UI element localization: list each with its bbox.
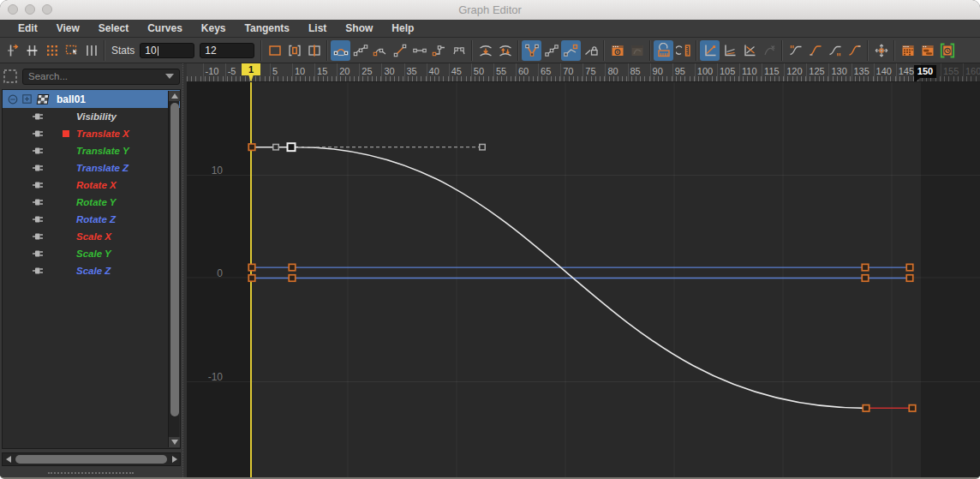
- region-select-icon[interactable]: [3, 69, 18, 84]
- graph-editor-window: Graph Editor EditViewSelectCurvesKeysTan…: [0, 0, 980, 479]
- ruler-frame-number: 105: [720, 66, 735, 76]
- scroll-right-button[interactable]: [169, 453, 180, 465]
- menu-view[interactable]: View: [47, 20, 89, 38]
- buffer-curve-snapshot-icon: [478, 43, 493, 58]
- clamped-tangents-button[interactable]: [370, 40, 390, 61]
- value-snap-button[interactable]: [673, 40, 693, 61]
- menu-tangents[interactable]: Tangents: [236, 20, 299, 38]
- titlebar[interactable]: Graph Editor: [0, 0, 980, 20]
- spline-tangents-button[interactable]: [350, 40, 370, 61]
- channel-item-scale-y[interactable]: Scale Y: [3, 245, 180, 262]
- channel-item-scale-x[interactable]: Scale X: [3, 228, 180, 245]
- menu-list[interactable]: List: [299, 20, 336, 38]
- channel-plug-icon: [32, 266, 44, 275]
- ruler-tick: [337, 63, 338, 81]
- search-input[interactable]: Search...: [22, 69, 180, 85]
- buffer-curve-snapshot-button[interactable]: [475, 40, 495, 61]
- vertical-scrollbar[interactable]: [168, 91, 179, 447]
- frame-playback-range-button[interactable]: [284, 40, 304, 61]
- toolbar-separator: [781, 40, 783, 61]
- chevron-down-icon[interactable]: [165, 74, 174, 79]
- swap-buffer-curve-button[interactable]: [495, 40, 515, 61]
- menu-select[interactable]: Select: [89, 20, 138, 38]
- scroll-down-button[interactable]: [169, 437, 180, 447]
- time-snap-button[interactable]: [654, 40, 673, 61]
- tree-node-ball01[interactable]: ball01: [3, 90, 180, 108]
- scroll-left-button[interactable]: [3, 453, 14, 465]
- pan-zoom-tool-icon: [874, 43, 889, 58]
- horizontal-scrollbar[interactable]: [2, 452, 181, 466]
- ruler-frame-number: 135: [854, 66, 869, 76]
- channel-item-translate-z[interactable]: Translate Z: [3, 159, 180, 177]
- free-tangent-weight-button[interactable]: [561, 40, 581, 61]
- stacked-view-button[interactable]: [720, 40, 739, 61]
- pre-infinity-cycle-button[interactable]: [786, 40, 805, 61]
- ruler-frame-number: -5: [228, 66, 236, 76]
- pan-zoom-tool-button[interactable]: [871, 40, 891, 61]
- range-end-marker[interactable]: 150: [914, 65, 936, 78]
- channel-item-scale-z[interactable]: Scale Z: [3, 262, 180, 279]
- channel-item-translate-x[interactable]: Translate X: [3, 125, 180, 142]
- absolute-view-button[interactable]: [700, 40, 720, 61]
- ruler-tick: [628, 63, 629, 81]
- zoom-button[interactable]: [42, 4, 52, 15]
- graph-plot[interactable]: 100-10: [187, 82, 980, 477]
- normalized-view-button[interactable]: [739, 40, 759, 61]
- time-editor-button[interactable]: [937, 40, 957, 61]
- break-tangents-button[interactable]: [522, 40, 541, 61]
- show-buffer-curves-button[interactable]: [627, 40, 647, 61]
- linear-tangents-icon: [392, 43, 408, 58]
- ghost-curves-button[interactable]: [759, 40, 779, 61]
- show-results-button[interactable]: [607, 40, 627, 61]
- center-current-time-button[interactable]: [304, 40, 324, 61]
- horizontal-scroll-thumb[interactable]: [15, 455, 167, 464]
- close-button[interactable]: [8, 4, 18, 15]
- unify-tangents-button[interactable]: [541, 40, 561, 61]
- menu-edit[interactable]: Edit: [9, 20, 47, 38]
- spline-tangents-icon: [353, 43, 368, 58]
- channel-item-rotate-y[interactable]: Rotate Y: [3, 194, 180, 211]
- lock-tangent-weight-button[interactable]: [581, 40, 601, 61]
- ruler-tick: [471, 63, 472, 81]
- plateau-tangents-button[interactable]: [449, 40, 469, 61]
- linear-tangents-button[interactable]: [390, 40, 409, 61]
- channel-item-rotate-x[interactable]: Rotate X: [3, 177, 180, 194]
- move-nearest-key-button[interactable]: [3, 40, 22, 61]
- scroll-up-button[interactable]: [169, 91, 180, 101]
- time-ruler[interactable]: -10-551015202530354045505560657075808590…: [187, 63, 980, 82]
- minimize-button[interactable]: [25, 4, 35, 15]
- menu-show[interactable]: Show: [336, 20, 382, 38]
- step-tangents-button[interactable]: [429, 40, 449, 61]
- auto-tangents-button[interactable]: [331, 40, 350, 61]
- channel-label: Rotate X: [76, 180, 117, 190]
- dope-sheet-button[interactable]: [898, 40, 917, 61]
- stats-value-field[interactable]: 12: [200, 43, 254, 58]
- post-infinity-cycle-button[interactable]: [825, 40, 845, 61]
- insert-keys-button[interactable]: [22, 40, 42, 61]
- retime-tool-button[interactable]: [81, 40, 101, 61]
- toolbar-separator: [893, 40, 895, 61]
- pre-infinity-cycle-offset-button[interactable]: [805, 40, 825, 61]
- value-snap-icon: [676, 43, 691, 58]
- lattice-deform-keys-button[interactable]: [42, 40, 62, 61]
- menu-keys[interactable]: Keys: [192, 20, 236, 38]
- trax-editor-button[interactable]: [917, 40, 937, 61]
- plateau-tangents-icon: [451, 43, 467, 58]
- channel-item-translate-y[interactable]: Translate Y: [3, 142, 180, 159]
- vertical-scroll-thumb[interactable]: [170, 103, 179, 416]
- channel-item-rotate-z[interactable]: Rotate Z: [3, 211, 180, 228]
- menu-help[interactable]: Help: [382, 20, 423, 38]
- channel-label: Rotate Y: [76, 197, 116, 207]
- channel-item-visibility[interactable]: Visibility: [3, 108, 180, 125]
- frame-all-button[interactable]: [265, 40, 284, 61]
- ruler-frame-number: 115: [764, 66, 780, 76]
- collapse-icon[interactable]: [8, 94, 18, 105]
- post-infinity-cycle-offset-button[interactable]: [845, 40, 864, 61]
- region-select-tool-button[interactable]: [62, 40, 81, 61]
- curve-canvas[interactable]: 100-10: [187, 82, 980, 477]
- menu-curves[interactable]: Curves: [138, 20, 192, 38]
- flat-tangents-button[interactable]: [409, 40, 429, 61]
- expand-icon[interactable]: [22, 94, 32, 104]
- stats-time-field[interactable]: 10: [140, 43, 194, 58]
- panel-resize-grip[interactable]: [48, 472, 134, 474]
